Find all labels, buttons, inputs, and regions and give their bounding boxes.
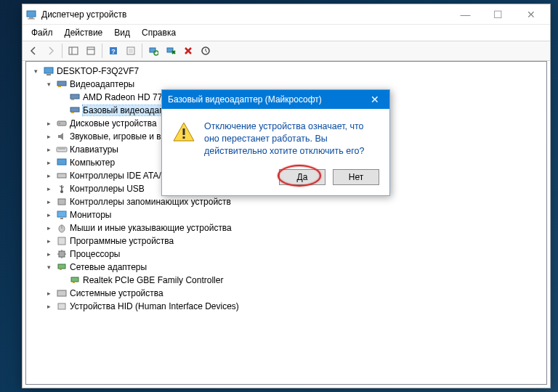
minimize-button[interactable]: —	[449, 5, 482, 24]
svg-rect-48	[57, 290, 66, 296]
no-button[interactable]: Нет	[333, 169, 379, 185]
scan-hardware-button[interactable]	[145, 43, 161, 59]
chevron-down-icon[interactable]: ▾	[44, 262, 54, 272]
node-label: Контроллеры USB	[70, 184, 145, 194]
help-button[interactable]: ?	[105, 43, 121, 59]
hid-devices-node[interactable]: ▸Устройства HID (Human Interface Devices…	[44, 300, 545, 313]
forward-button[interactable]	[43, 43, 59, 59]
svg-rect-45	[60, 269, 62, 270]
network-adapters-node[interactable]: ▾Сетевые адаптеры	[44, 261, 545, 274]
menu-view[interactable]: Вид	[108, 26, 136, 39]
svg-point-12	[154, 51, 158, 55]
uninstall-device-button[interactable]	[180, 43, 196, 59]
toolbar-separator	[102, 44, 102, 58]
svg-rect-28	[57, 173, 66, 178]
menubar: Файл Действие Вид Справка	[23, 25, 550, 41]
node-label: Мониторы	[70, 210, 111, 220]
properties-button[interactable]	[83, 43, 99, 59]
dialog-message: Отключение устройства означает, что оно …	[204, 121, 379, 158]
svg-rect-38	[58, 237, 65, 245]
chevron-right-icon[interactable]: ▸	[44, 197, 54, 207]
system-icon	[56, 287, 68, 299]
app-icon	[25, 9, 37, 20]
back-button[interactable]	[25, 43, 41, 59]
hid-icon	[56, 301, 68, 312]
mouse-icon	[56, 222, 68, 234]
dialog-titlebar[interactable]: Базовый видеоадаптер (Майкрософт) ✕	[162, 90, 389, 109]
chevron-right-icon[interactable]: ▸	[44, 301, 54, 311]
svg-rect-15	[44, 68, 53, 73]
keyboard-icon	[56, 144, 68, 155]
node-label: Дисковые устройства	[70, 118, 157, 128]
svg-rect-23	[57, 121, 66, 126]
svg-rect-2	[28, 18, 35, 19]
svg-text:?: ?	[111, 48, 116, 55]
chevron-down-icon[interactable]: ▾	[31, 66, 41, 76]
svg-rect-34	[57, 211, 66, 217]
chevron-right-icon[interactable]: ▸	[44, 223, 54, 233]
chevron-right-icon[interactable]: ▸	[44, 288, 54, 298]
action-button[interactable]	[123, 43, 139, 59]
menu-help[interactable]: Справка	[136, 26, 182, 39]
svg-rect-47	[73, 282, 75, 283]
usb-icon	[56, 183, 68, 195]
menu-action[interactable]: Действие	[59, 26, 109, 39]
storage-icon	[56, 196, 68, 208]
monitor-icon	[56, 209, 68, 221]
svg-point-24	[59, 123, 60, 124]
monitors-node[interactable]: ▸Мониторы	[44, 208, 545, 221]
svg-rect-21	[70, 107, 79, 112]
node-label: Realtek PCIe GBE Family Controller	[83, 275, 223, 285]
node-label: Сетевые адаптеры	[70, 262, 147, 272]
node-label: Системные устройства	[70, 288, 163, 298]
network-icon	[69, 274, 81, 286]
system-devices-node[interactable]: ▸Системные устройства	[44, 287, 545, 300]
window-title: Диспетчер устройств	[41, 9, 449, 20]
computer-icon	[56, 157, 68, 168]
chevron-right-icon[interactable]: ▸	[44, 158, 54, 168]
titlebar[interactable]: Диспетчер устройств — ☐ ✕	[23, 4, 550, 25]
network-adapter-item[interactable]: Realtek PCIe GBE Family Controller	[57, 274, 545, 287]
node-label: Программные устройства	[70, 236, 174, 246]
confirm-disable-dialog: Базовый видеоадаптер (Майкрософт) ✕ Откл…	[161, 89, 390, 196]
chevron-right-icon[interactable]: ▸	[44, 118, 54, 128]
update-driver-button[interactable]	[198, 43, 214, 59]
chevron-right-icon[interactable]: ▸	[44, 131, 54, 142]
menu-file[interactable]: Файл	[25, 26, 59, 39]
storage-controllers-node[interactable]: ▸Контроллеры запоминающих устройств	[44, 195, 545, 208]
svg-rect-25	[57, 147, 67, 152]
dialog-close-button[interactable]: ✕	[366, 94, 384, 105]
close-button[interactable]: ✕	[514, 5, 547, 24]
toolbar: ?	[23, 41, 550, 61]
maximize-button[interactable]: ☐	[482, 5, 514, 24]
chevron-down-icon[interactable]: ▾	[44, 79, 54, 89]
svg-rect-16	[46, 74, 51, 75]
enable-device-button[interactable]	[163, 43, 179, 59]
processors-node[interactable]: ▸Процессоры	[44, 248, 545, 261]
svg-point-29	[60, 190, 63, 193]
chevron-right-icon[interactable]: ▸	[44, 144, 54, 155]
chevron-right-icon[interactable]: ▸	[44, 171, 54, 181]
svg-rect-3	[69, 47, 78, 54]
computer-root-node[interactable]: ▾ DESKTOP-F3Q2VF7	[31, 65, 545, 78]
svg-rect-35	[60, 218, 63, 219]
svg-rect-22	[71, 112, 74, 113]
node-label: Клавиатуры	[70, 144, 118, 155]
node-label: Компьютер	[70, 158, 115, 168]
mice-node[interactable]: ▸Мыши и иные указывающие устройства	[44, 221, 545, 234]
speaker-icon	[56, 131, 68, 142]
cpu-icon	[56, 248, 68, 260]
chevron-right-icon[interactable]: ▸	[44, 236, 54, 246]
show-hide-tree-button[interactable]	[65, 43, 81, 59]
chevron-right-icon[interactable]: ▸	[44, 184, 54, 194]
node-label: DESKTOP-F3Q2VF7	[57, 66, 139, 76]
node-label: Контроллеры запоминающих устройств	[70, 197, 231, 207]
chevron-right-icon[interactable]: ▸	[44, 249, 54, 259]
yes-button[interactable]: Да	[279, 169, 326, 185]
network-icon	[56, 261, 68, 273]
svg-rect-27	[57, 159, 66, 165]
software-devices-node[interactable]: ▸Программные устройства	[44, 234, 545, 248]
chevron-right-icon[interactable]: ▸	[44, 210, 54, 220]
display-adapter-icon	[69, 105, 81, 116]
svg-rect-1	[29, 17, 33, 19]
